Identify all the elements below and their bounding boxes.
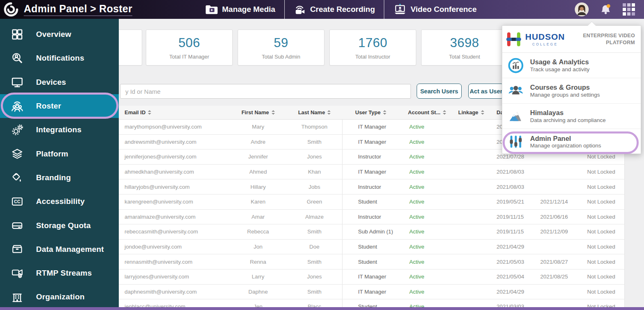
cell-first-name: Hillary bbox=[229, 184, 287, 190]
monitor-icon bbox=[9, 76, 25, 88]
cell-last-name: Jobs bbox=[287, 184, 342, 190]
cell-account-status: Active bbox=[399, 289, 455, 295]
stat-value: 506 bbox=[178, 36, 200, 50]
grid-tiles-icon bbox=[9, 28, 25, 41]
header-first-name[interactable]: First Name bbox=[229, 109, 287, 115]
sidebar-item-overview[interactable]: Overview bbox=[0, 23, 119, 46]
sidebar-item-data-management[interactable]: Data Management bbox=[0, 238, 119, 261]
header-email-id[interactable]: Email ID bbox=[119, 109, 229, 115]
college-name: HUDSON bbox=[525, 32, 565, 41]
cell-date-2: 2021/12/14 bbox=[531, 199, 578, 205]
cell-user-type: Student bbox=[342, 240, 399, 254]
cell-user-type: IT Manager bbox=[342, 269, 399, 284]
cell-email: amaralmaze@university.com bbox=[119, 214, 229, 220]
act-as-user-button[interactable]: Act as User bbox=[468, 84, 504, 99]
cell-email: rebeccasmith@university.com bbox=[119, 229, 229, 235]
app-logo-icon[interactable] bbox=[3, 2, 19, 17]
cell-account-status: Active bbox=[399, 184, 455, 190]
table-row[interactable]: rebeccasmith@university.com Rebecca Smit… bbox=[119, 224, 624, 240]
sort-icon bbox=[327, 110, 331, 115]
search-users-button[interactable]: Search Users bbox=[417, 84, 462, 99]
table-row[interactable]: karengreen@university.com Karen Green St… bbox=[119, 195, 624, 210]
cell-account-status: Active bbox=[399, 244, 455, 250]
paint-bucket-icon bbox=[9, 172, 25, 184]
sort-icon bbox=[272, 110, 275, 115]
header-user-type[interactable]: User Type bbox=[342, 109, 399, 115]
menu-item-himalayas[interactable]: Himalayas Data archiving and compliance bbox=[502, 104, 641, 129]
nav-create-recording[interactable]: Create Recording bbox=[284, 0, 384, 19]
laptop-person-icon bbox=[393, 3, 407, 16]
cell-first-name: Daphne bbox=[229, 289, 287, 295]
stat-label: Total IT Manager bbox=[169, 54, 209, 60]
menu-item-courses-groups[interactable]: Courses & Groups Manage groups and setti… bbox=[502, 78, 641, 104]
table-row[interactable]: hillaryjobs@university.com Hillary Jobs … bbox=[119, 179, 624, 195]
menu-item-title: Himalayas bbox=[530, 109, 606, 117]
table-row[interactable]: jondoe@university.com Jon Doe Student Ac… bbox=[119, 240, 624, 255]
cell-locked-status: Not Locked bbox=[578, 214, 625, 220]
menu-header: HUDSON COLLEGE ENTERPRISE VIDEO PLATFORM bbox=[502, 26, 641, 53]
sort-icon bbox=[148, 110, 151, 115]
cell-date-1: 2021/08/03 bbox=[488, 184, 531, 190]
sidebar-item-organization[interactable]: Organization bbox=[0, 285, 119, 309]
table-row[interactable]: rennasmith@university.com Renna Smith St… bbox=[119, 254, 624, 269]
cell-last-name: Jones bbox=[287, 274, 342, 280]
cell-user-type: Instructor bbox=[342, 149, 399, 164]
cell-user-type: Student bbox=[342, 195, 399, 209]
cell-first-name: Ahmed bbox=[229, 169, 287, 175]
nav-manage-media[interactable]: Manage Media bbox=[196, 0, 284, 19]
sidebar-item-platform[interactable]: Platform bbox=[0, 142, 119, 165]
cell-account-status: Active bbox=[399, 169, 455, 175]
mountain-icon bbox=[507, 108, 524, 125]
sidebar-item-accessibility[interactable]: CC Accessibility bbox=[0, 190, 119, 213]
table-row[interactable]: ahmedkhan@university.com Ahmed Khan IT M… bbox=[119, 165, 624, 180]
sidebar-item-integrations[interactable]: Integrations bbox=[0, 118, 119, 142]
header-linkage[interactable]: Linkage bbox=[455, 109, 488, 115]
cell-locked-status: Not Locked bbox=[578, 274, 625, 280]
nav-label: Create Recording bbox=[310, 5, 375, 14]
cell-first-name: Larry bbox=[229, 274, 287, 280]
sidebar-item-branding[interactable]: Branding bbox=[0, 166, 119, 190]
sidebar-item-roster[interactable]: Roster bbox=[0, 94, 119, 118]
top-nav: Manage Media Create Recording bbox=[196, 0, 485, 19]
stat-card-student: 3698 Total Student bbox=[421, 29, 508, 66]
stat-card-instructor: 1760 Total Instructor bbox=[329, 29, 416, 66]
sidebar-item-notifications[interactable]: Notifications bbox=[0, 46, 119, 70]
nav-video-conference[interactable]: Video Conference bbox=[384, 0, 485, 19]
sidebar-item-rtmp-streams[interactable]: RTMP Streams bbox=[0, 261, 119, 285]
cell-account-status: Active bbox=[399, 199, 455, 205]
stat-card-it-manager: 506 Total IT Manager bbox=[146, 29, 233, 66]
header-account-status[interactable]: Account St... bbox=[399, 109, 455, 115]
screen: Admin Panel > Roster Manage Media bbox=[0, 0, 644, 310]
cell-locked-status: Not Locked bbox=[578, 199, 625, 205]
breadcrumb: Admin Panel > Roster bbox=[24, 3, 132, 16]
cell-user-type: Instructor bbox=[342, 179, 399, 194]
menu-item-admin-panel[interactable]: Admin Panel Manage organization options bbox=[502, 129, 641, 154]
header-last-name[interactable]: Last Name bbox=[287, 109, 342, 115]
cell-locked-status: Not Locked bbox=[578, 229, 625, 235]
menu-item-usage-analytics[interactable]: Usage & Analytics Track usage and activi… bbox=[502, 53, 641, 78]
cell-last-name: Thompson bbox=[287, 124, 342, 130]
cell-user-type: Sub Admin (1) bbox=[342, 224, 399, 239]
cell-first-name: Rebecca bbox=[229, 229, 287, 235]
cell-email: karengreen@university.com bbox=[119, 199, 229, 205]
table-row[interactable]: amaralmaze@university.com Amar Almaze In… bbox=[119, 210, 624, 225]
search-input[interactable] bbox=[120, 84, 411, 99]
cell-date-2: 2021/08/25 bbox=[531, 274, 578, 280]
cell-first-name: Amar bbox=[229, 214, 287, 220]
app-launcher-grid-icon[interactable] bbox=[623, 3, 635, 16]
notifications-bell-icon[interactable] bbox=[599, 3, 612, 16]
cell-email: rennasmith@university.com bbox=[119, 259, 229, 265]
nav-label: Manage Media bbox=[222, 5, 275, 14]
people-group-icon bbox=[507, 82, 524, 100]
analytics-chart-icon bbox=[507, 57, 524, 74]
sidebar-item-devices[interactable]: Devices bbox=[0, 70, 119, 94]
table-row[interactable]: daphnesmith@university.com Daphne Smith … bbox=[119, 285, 624, 300]
cell-last-name: Khan bbox=[287, 169, 342, 175]
table-row[interactable]: larryjones@university.com Larry Jones IT… bbox=[119, 269, 624, 285]
sidebar-item-storage-quota[interactable]: Storage Quota bbox=[0, 213, 119, 237]
menu-item-title: Courses & Groups bbox=[530, 84, 600, 91]
cell-last-name: Smith bbox=[287, 289, 342, 295]
user-avatar[interactable] bbox=[575, 2, 589, 16]
stat-card-sub-admin: 59 Total Sub Admin bbox=[238, 29, 324, 66]
cell-date-1: 2021/05/03 bbox=[488, 259, 531, 265]
